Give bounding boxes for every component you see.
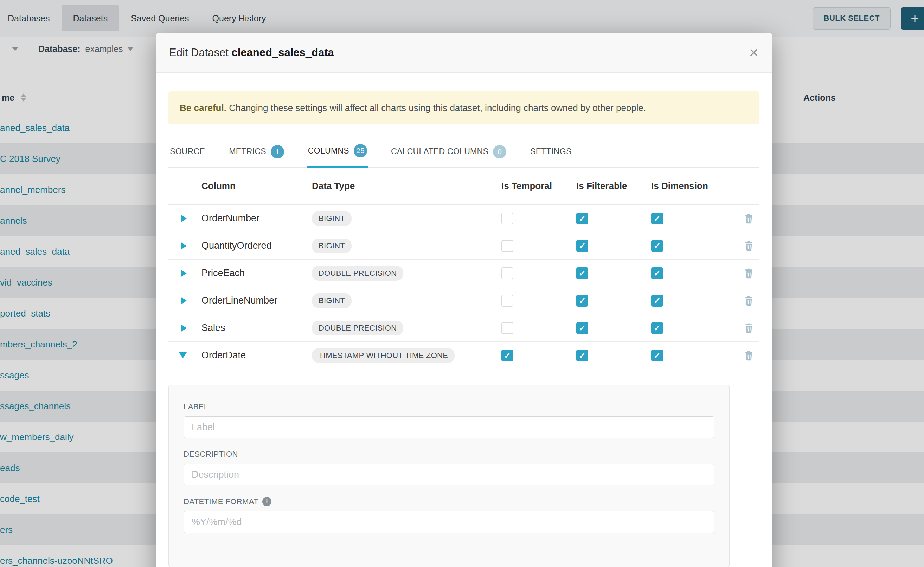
tab-columns[interactable]: COLUMNS25 [307,137,369,168]
checkbox-cell [501,213,576,225]
column-name: PriceEach [189,268,312,279]
type-cell: BIGINT [312,211,501,226]
column-header-data-type: Data Type [312,181,501,192]
is-temporal-checkbox[interactable] [501,322,513,334]
column-row: QuantityOrderedBIGINT✓✓ [169,232,760,260]
is-filterable-checkbox[interactable]: ✓ [576,213,588,225]
column-row: OrderDateTIMESTAMP WITHOUT TIME ZONE✓✓✓ [169,342,760,369]
tab-count-badge: 25 [354,144,367,158]
column-name: OrderLineNumber [189,295,312,306]
expand-row-icon[interactable] [181,270,187,277]
datetime-format-field-label: DATETIME FORMAT i [184,497,715,506]
collapse-row-icon[interactable] [179,352,187,358]
data-type-pill: TIMESTAMP WITHOUT TIME ZONE [312,348,454,363]
tab-label: COLUMNS [308,146,349,156]
is-dimension-checkbox[interactable]: ✓ [651,267,663,279]
description-input[interactable] [184,464,715,486]
checkbox-cell: ✓ [651,267,726,279]
type-cell: BIGINT [312,293,501,308]
expand-row-icon[interactable] [181,324,187,332]
expand-row-icon[interactable] [181,214,187,222]
is-dimension-checkbox[interactable]: ✓ [651,322,663,334]
column-name: Sales [189,322,312,333]
column-name: OrderDate [189,350,312,361]
checkbox-cell [501,295,576,307]
expand-row-icon[interactable] [181,242,187,250]
is-temporal-checkbox[interactable] [501,295,513,307]
datetime-format-input[interactable] [184,511,715,533]
checkbox-cell: ✓ [576,213,651,225]
column-row: SalesDOUBLE PRECISION✓✓ [169,314,760,342]
checkbox-cell: ✓ [651,240,726,252]
warning-banner: Be careful. Changing these settings will… [169,92,760,124]
data-type-pill: BIGINT [312,211,352,226]
modal-body: Be careful. Changing these settings will… [156,92,772,567]
modal-tabs: SOURCEMETRICS1COLUMNS25CALCULATED COLUMN… [169,137,760,168]
checkbox-cell: ✓ [651,350,726,362]
is-filterable-checkbox[interactable]: ✓ [576,240,588,252]
tab-count-badge: 0 [493,145,506,158]
column-header-is-filterable: Is Filterable [576,181,651,192]
data-type-pill: BIGINT [312,293,352,308]
datetime-format-label-text: DATETIME FORMAT [184,497,259,506]
is-temporal-checkbox[interactable] [501,240,513,252]
is-dimension-checkbox[interactable]: ✓ [651,295,663,307]
tab-label: SETTINGS [530,147,571,156]
description-field: DESCRIPTION [184,450,715,486]
is-temporal-checkbox[interactable] [501,267,513,279]
is-temporal-checkbox[interactable] [501,213,513,225]
tab-metrics[interactable]: METRICS1 [227,137,286,168]
is-dimension-checkbox[interactable]: ✓ [651,240,663,252]
is-filterable-checkbox[interactable]: ✓ [576,267,588,279]
tab-settings[interactable]: SETTINGS [529,137,573,168]
is-filterable-checkbox[interactable]: ✓ [576,322,588,334]
close-icon[interactable]: ✕ [749,47,759,58]
label-input[interactable] [184,416,715,438]
description-field-label: DESCRIPTION [184,450,715,459]
is-filterable-checkbox[interactable]: ✓ [576,295,588,307]
data-type-pill: BIGINT [312,238,352,253]
tab-calculated-columns[interactable]: CALCULATED COLUMNS0 [390,137,508,168]
delete-column-icon[interactable] [740,240,760,252]
checkbox-cell: ✓ [576,322,651,334]
modal-title-dataset-name: cleaned_sales_data [232,46,334,58]
warning-text: Changing these settings will affect all … [229,103,646,113]
delete-column-icon[interactable] [740,322,760,334]
delete-column-icon[interactable] [740,350,760,361]
tab-label: METRICS [229,147,266,156]
label-field-label: LABEL [184,402,715,411]
column-row: OrderNumberBIGINT✓✓ [169,205,760,232]
tab-label: SOURCE [170,147,205,156]
tab-label: CALCULATED COLUMNS [391,147,488,156]
expand-cell [169,297,189,304]
checkbox-cell: ✓ [576,240,651,252]
edit-dataset-modal: Edit Dataset cleaned_sales_data ✕ Be car… [156,33,772,567]
tab-source[interactable]: SOURCE [169,137,206,168]
expand-row-icon[interactable] [181,297,187,304]
checkbox-cell: ✓ [576,295,651,307]
column-header-is-temporal: Is Temporal [501,181,576,192]
type-cell: BIGINT [312,238,501,253]
warning-bold: Be careful. [180,103,226,113]
modal-header: Edit Dataset cleaned_sales_data ✕ [156,33,772,73]
columns-table-header: ColumnData TypeIs TemporalIs FilterableI… [169,168,760,205]
columns-table: ColumnData TypeIs TemporalIs FilterableI… [169,168,760,369]
expand-cell [169,270,189,277]
checkbox-cell: ✓ [651,322,726,334]
column-header-is-dimension: Is Dimension [651,181,726,192]
checkbox-cell: ✓ [651,213,726,225]
column-row: PriceEachDOUBLE PRECISION✓✓ [169,260,760,287]
is-filterable-checkbox[interactable]: ✓ [576,350,588,362]
column-editor-panel: LABEL DESCRIPTION DATETIME FORMAT i [169,385,730,567]
columns-rows: OrderNumberBIGINT✓✓QuantityOrderedBIGINT… [169,205,760,369]
checkbox-cell: ✓ [576,267,651,279]
is-temporal-checkbox[interactable]: ✓ [501,350,513,362]
column-header-column: Column [189,181,312,192]
delete-column-icon[interactable] [740,213,760,224]
info-icon[interactable]: i [262,497,271,506]
is-dimension-checkbox[interactable]: ✓ [651,350,663,362]
data-type-pill: DOUBLE PRECISION [312,321,403,336]
delete-column-icon[interactable] [740,268,760,279]
delete-column-icon[interactable] [740,295,760,306]
is-dimension-checkbox[interactable]: ✓ [651,213,663,225]
